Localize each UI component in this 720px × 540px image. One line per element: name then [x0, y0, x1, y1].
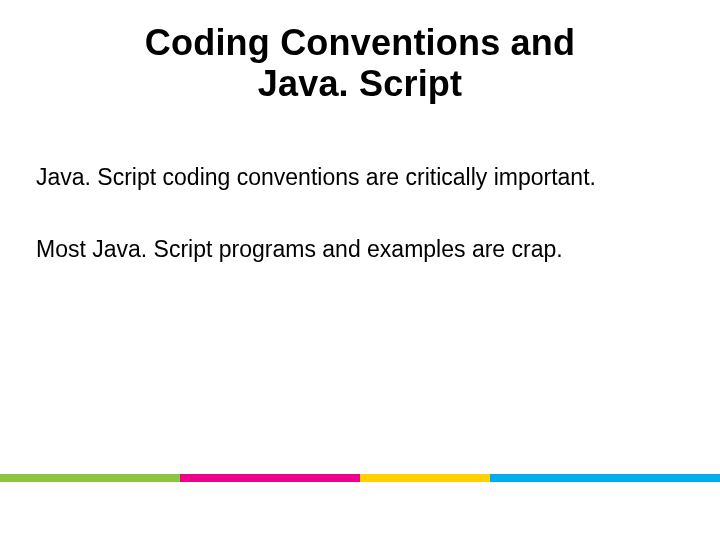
paragraph-1: Java. Script coding conventions are crit… [36, 163, 684, 193]
title-line-1: Coding Conventions and [145, 22, 575, 63]
slide-title: Coding Conventions and Java. Script [36, 22, 684, 105]
paragraph-2: Most Java. Script programs and examples … [36, 235, 684, 265]
slide: Coding Conventions and Java. Script Java… [0, 0, 720, 540]
title-line-2: Java. Script [258, 63, 463, 104]
stripe-segment-yellow [360, 474, 490, 482]
stripe-segment-cyan [490, 474, 720, 482]
stripe-segment-pink [180, 474, 360, 482]
accent-stripe [0, 474, 720, 482]
stripe-segment-green [0, 474, 180, 482]
